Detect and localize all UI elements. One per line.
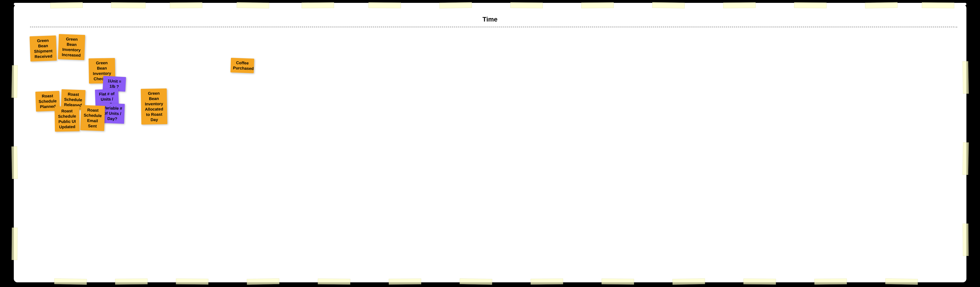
note-green-bean-shipment[interactable]: Green Bean Shipment Received	[29, 35, 57, 61]
tape-bot-8	[530, 279, 563, 284]
note-roast-schedule-email-sent[interactable]: Roast Schedule Email Sent	[80, 105, 105, 131]
tape-bot-1	[54, 279, 86, 285]
tape-bot-2	[115, 279, 147, 284]
note-green-bean-inventory-allocated[interactable]: Green Bean Inventory Allocated to Roast …	[141, 88, 167, 124]
tape-top-14	[922, 2, 954, 8]
tape-right-2	[963, 142, 969, 175]
tape-top-11	[723, 2, 756, 8]
note-green-bean-inventory-increased[interactable]: Green Bean Inventory Increased	[58, 34, 85, 60]
tape-top-10	[652, 2, 684, 8]
tape-bot-10	[672, 279, 705, 285]
tape-top-9	[581, 2, 614, 8]
tape-bot-5	[318, 279, 350, 284]
tape-top-4	[237, 2, 269, 8]
note-coffee-purchased[interactable]: Coffee Purchased	[230, 58, 254, 73]
tape-bot-13	[885, 279, 918, 285]
tape-top-7	[439, 2, 472, 8]
tape-top-8	[510, 2, 542, 8]
tape-top-1	[50, 2, 83, 8]
note-roast-schedule-public-ui-updated[interactable]: Roast Schedule Public UI Updated	[54, 106, 80, 132]
timeline-label: Time	[482, 16, 497, 23]
main-canvas: Time Green Bean Shipment Received Green …	[14, 5, 966, 282]
tape-top-3	[170, 2, 202, 8]
tape-top-2	[111, 2, 145, 8]
tape-top-12	[794, 2, 826, 8]
tape-bot-12	[814, 279, 846, 284]
tape-left-2	[11, 147, 18, 179]
tape-right-3	[963, 223, 969, 256]
timeline-arrow	[30, 27, 954, 27]
tape-left-3	[11, 228, 18, 260]
tape-bot-9	[601, 279, 634, 284]
tape-bot-11	[743, 279, 776, 284]
tape-top-13	[865, 2, 897, 8]
tape-right-1	[963, 61, 969, 94]
tape-bot-6	[388, 279, 421, 284]
tape-top-6	[368, 2, 401, 8]
tape-left-1	[11, 65, 18, 98]
tape-top-5	[301, 2, 334, 8]
tape-bot-4	[247, 279, 279, 285]
tape-bot-3	[176, 279, 208, 284]
tape-bot-7	[460, 279, 492, 285]
